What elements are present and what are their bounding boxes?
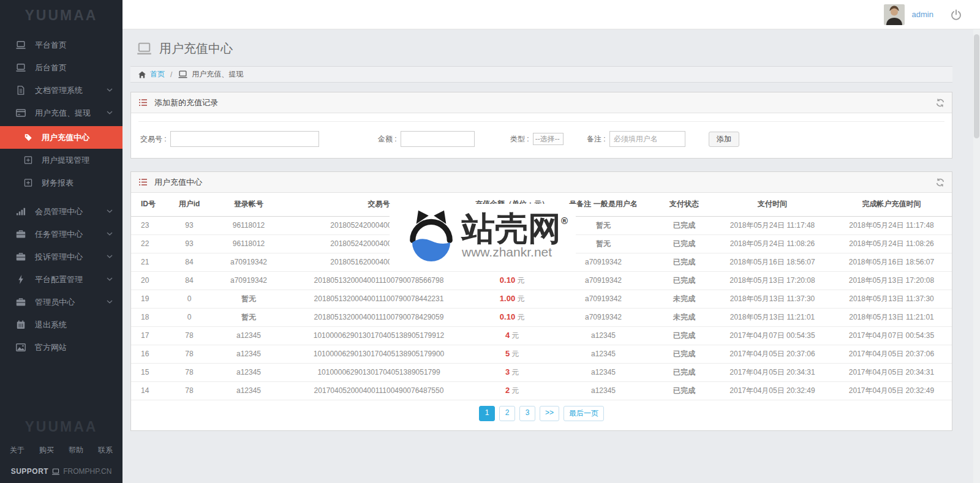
sidebar-item[interactable]: 退出系统 [0,313,123,336]
plus-square-icon [24,179,32,187]
sidebar-footer: YUUMAA 关于购买帮助联系 SUPPORT FROMPHP.CN [0,419,123,476]
amount-label: 金额 : [378,134,397,144]
page-title-text: 用户充值中心 [159,40,233,57]
chevron-down-icon [107,111,113,115]
sidebar-item[interactable]: 任务管理中心 [0,223,123,245]
cell-note: a70919342 [552,290,655,308]
cell-note: a12345 [552,363,655,381]
cell-pay-time: 2017年04月05日 20:34:31 [714,363,831,381]
briefcase-icon [16,252,26,261]
watermark-name: 站壳网® [462,212,568,245]
chevron-down-icon [107,277,113,282]
cell-uid: 84 [167,271,212,290]
footer-link[interactable]: 帮助 [69,445,83,455]
file-icon [16,86,26,95]
amount-input[interactable] [401,131,475,147]
page-button[interactable]: 2 [499,406,515,421]
sidebar-item[interactable]: 用户充值中心 [0,126,123,149]
cell-txn: 10100006290130170405138905179912 [285,326,472,345]
add-button[interactable]: 添加 [709,132,739,147]
avatar[interactable] [884,4,905,25]
footer-link[interactable]: 关于 [10,445,24,455]
cell-id: 23 [131,216,167,234]
watermark-url: www.zhankr.net [462,245,568,259]
amount-value: 3 [505,367,510,376]
chevron-down-icon [107,255,113,259]
cell-uid: 0 [167,290,212,308]
page-button[interactable]: 1 [479,406,495,421]
cell-id: 17 [131,326,167,345]
username[interactable]: admin [912,10,933,19]
cell-status: 已完成 [655,271,714,290]
cell-done-time: 2017年04月05日 20:34:31 [831,363,952,381]
sidebar-item-label: 平台配置管理 [35,274,83,285]
sidebar-item-label: 平台首页 [35,40,67,51]
cell-account: a12345 [212,363,285,381]
table-row: 2084a70919342201805132000400111007900785… [131,271,952,290]
amount-field-group: 金额 : [378,130,475,148]
sidebar-item[interactable]: 平台首页 [0,34,123,56]
sidebar-item[interactable]: 文档管理系统 [0,79,123,102]
sidebar-item[interactable]: 会员管理中心 [0,200,123,223]
power-icon[interactable] [951,9,962,20]
cell-account: a12345 [212,381,285,400]
txn-input[interactable] [170,131,319,147]
sidebar-item[interactable]: 官方网站 [0,336,123,359]
sidebar-item[interactable]: 平台配置管理 [0,268,123,291]
cell-pay-time: 2017年04月05日 20:32:49 [714,381,831,400]
footer-link[interactable]: 购买 [39,445,54,455]
amount-value: 5 [505,349,510,358]
scrollbar-thumb[interactable] [974,34,979,138]
note-input[interactable] [609,131,685,147]
chevron-down-icon [107,209,113,214]
note-field-group: 备注 : [587,130,685,148]
txn-label: 交易号 : [140,134,167,144]
scrollbar[interactable] [973,29,980,483]
cell-pay-time: 2018年05月13日 11:21:01 [714,308,831,326]
amount-value: 2 [505,386,510,395]
cell-uid: 0 [167,308,212,326]
refresh-icon[interactable] [936,178,944,187]
footer-links: 关于购买帮助联系 [0,445,123,455]
cell-account: 96118012 [212,216,285,234]
sidebar-item-label: 后台首页 [35,62,67,73]
cell-pay-time: 2018年05月16日 18:56:07 [714,253,831,271]
add-record-panel-title: 添加新的充值记录 [154,97,218,108]
laptop-icon [51,468,60,475]
footer-link[interactable]: 联系 [98,445,113,455]
page-title: 用户充值中心 [137,40,952,57]
cell-id: 22 [131,234,167,253]
table-row: 1578a12345101000062901301704051389051799… [131,363,952,381]
table-row: 190暂无201805132000400111007900784422311.0… [131,290,952,308]
credit-card-icon [16,108,26,118]
laptop-icon [178,70,188,78]
cell-uid: 93 [167,234,212,253]
briefcase-icon [16,298,26,307]
cell-account: a12345 [212,326,285,345]
page-button[interactable]: 最后一页 [564,406,604,421]
sidebar-item[interactable]: 用户提现管理 [0,149,123,171]
cell-status: 已完成 [655,363,714,381]
bolt-icon [16,275,26,284]
sidebar-item[interactable]: 管理员中心 [0,291,123,313]
type-select[interactable]: --选择-- [533,133,564,145]
page-button[interactable]: 3 [519,406,535,421]
breadcrumb-home[interactable]: 首页 [150,69,165,80]
page-button[interactable]: >> [540,406,559,421]
cell-pay-time: 2017年04月05日 20:37:06 [714,345,831,363]
sidebar-item-label: 用户提现管理 [42,155,89,166]
cell-done-time: 2018年05月16日 18:56:07 [831,253,952,271]
sidebar-item[interactable]: 财务报表 [0,171,123,194]
sidebar-item[interactable]: 后台首页 [0,56,123,79]
plus-square-icon [24,156,32,164]
tag-icon [24,133,32,141]
cell-pay-time: 2017年04月07日 00:54:35 [714,326,831,345]
refresh-icon[interactable] [936,99,944,107]
recharge-panel-header: 用户充值中心 [131,172,952,193]
cell-uid: 78 [167,381,212,400]
cell-done-time: 2018年05月24日 11:17:48 [831,216,952,234]
sidebar-item[interactable]: 投诉管理中心 [0,245,123,268]
sidebar-item-label: 用户充值中心 [42,132,89,143]
briefcase-icon [16,230,26,239]
sidebar-item[interactable]: 用户充值、提现 [0,102,123,124]
